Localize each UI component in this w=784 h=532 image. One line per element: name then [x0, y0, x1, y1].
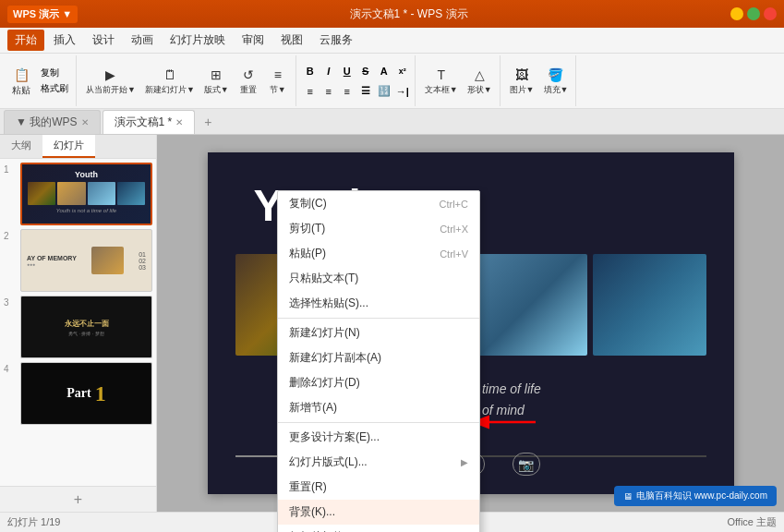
- slide1-subtitle-preview: Youth is not a time of life: [56, 208, 116, 213]
- underline-button[interactable]: U: [339, 63, 356, 79]
- maximize-button[interactable]: [747, 7, 760, 20]
- layout-button[interactable]: ⊞ 版式▼: [200, 64, 233, 98]
- section-button[interactable]: ≡ 节▼: [264, 64, 292, 98]
- ctx-paste-text[interactable]: 只粘贴文本(T): [278, 266, 479, 291]
- slide-preview-1[interactable]: Youth Youth is not a time of life: [20, 163, 152, 225]
- paste-button[interactable]: 📋 粘贴: [7, 64, 35, 99]
- tab-mywps[interactable]: ▼ 我的WPS ✕: [4, 110, 101, 134]
- ctx-new-section[interactable]: 新增节(A): [278, 395, 479, 420]
- ctx-cut[interactable]: 剪切(T) Ctrl+X: [278, 216, 479, 241]
- slide1-img3: [88, 182, 115, 205]
- menu-review[interactable]: 审阅: [235, 30, 271, 51]
- superscript-btn[interactable]: x²: [394, 63, 411, 79]
- slide1-img4: [117, 182, 145, 205]
- slide-thumb-4[interactable]: 4 Part 1: [4, 362, 152, 425]
- slide-thumb-3[interactable]: 3 永远不止一面 勇气 · 拼搏 · 梦想: [4, 296, 152, 358]
- align-left-btn[interactable]: ≡: [302, 83, 319, 100]
- menu-insert[interactable]: 插入: [46, 30, 83, 51]
- tab-bar: ▼ 我的WPS ✕ 演示文稿1 * ✕ +: [0, 109, 784, 135]
- format-paint-button[interactable]: 格式刷: [37, 81, 72, 96]
- slide-thumb-1[interactable]: 1 Youth Youth is not a time of life: [4, 163, 152, 225]
- menu-start[interactable]: 开始: [7, 30, 44, 51]
- tab-presentation1-close[interactable]: ✕: [175, 117, 183, 127]
- slide-preview-4[interactable]: Part 1: [20, 362, 152, 425]
- align-center-btn[interactable]: ≡: [320, 83, 337, 100]
- ctx-background[interactable]: 背景(K)...: [278, 500, 479, 525]
- slide-preview-3[interactable]: 永远不止一面 勇气 · 拼搏 · 梦想: [20, 296, 152, 358]
- ctx-reset[interactable]: 重置(R): [278, 475, 479, 500]
- tab-presentation1[interactable]: 演示文稿1 * ✕: [103, 110, 196, 134]
- add-tab-button[interactable]: +: [197, 111, 219, 133]
- picture-button[interactable]: 🖼 图片▼: [506, 64, 538, 98]
- italic-button[interactable]: I: [320, 63, 337, 79]
- strikethrough-button[interactable]: S: [357, 63, 374, 79]
- add-slide-button[interactable]: +: [0, 486, 156, 512]
- text-color-btn[interactable]: A: [376, 63, 392, 79]
- menu-cloud[interactable]: 云服务: [312, 30, 360, 51]
- textbox-icon: T: [432, 66, 451, 84]
- toolbar-clipboard: 📋 粘贴 复制 格式刷: [4, 55, 77, 106]
- toolbar-format: B I U S A x² ≡ ≡ ≡ ☰ 🔢 →|: [298, 55, 416, 106]
- bullet-btn[interactable]: ☰: [357, 83, 374, 100]
- fill-icon: 🪣: [547, 66, 565, 84]
- watermark-text: 电脑百科知识 www.pc-daily.com: [636, 490, 767, 502]
- main-area: 大纲 幻灯片 1 Youth Youth is not a time of li…: [0, 135, 784, 512]
- slides-list: 1 Youth Youth is not a time of life 2: [0, 159, 156, 486]
- ctx-slide-layout[interactable]: 幻灯片版式(L)... ▶: [278, 450, 479, 475]
- ctx-copy[interactable]: 复制(C) Ctrl+C: [278, 191, 479, 216]
- toolbar-picture: 🖼 图片▼ 🪣 填充▼: [502, 55, 577, 106]
- camera-icon: 📷: [513, 453, 540, 476]
- new-slide-button[interactable]: 🗒 新建幻灯片▼: [141, 64, 199, 98]
- ctx-new-slide[interactable]: 新建幻灯片(N): [278, 320, 479, 345]
- slide1-title-preview: Youth: [75, 170, 98, 179]
- panel-tab-outline[interactable]: 大纲: [0, 135, 42, 158]
- title-bar: WPS 演示 ▼ 演示文稿1 * - WPS 演示: [0, 0, 784, 28]
- app-logo[interactable]: WPS 演示 ▼: [7, 6, 78, 23]
- minimize-button[interactable]: [730, 7, 743, 20]
- menu-bar: 开始 插入 设计 动画 幻灯片放映 审阅 视图 云服务: [0, 28, 784, 54]
- ctx-more-designs[interactable]: 更多设计方案(E)...: [278, 425, 479, 450]
- reset-button[interactable]: ↺ 重置: [235, 64, 262, 98]
- start-from-button[interactable]: ▶ 从当前开始▼: [82, 64, 139, 98]
- bold-button[interactable]: B: [302, 63, 319, 79]
- ctx-paste[interactable]: 粘贴(P) Ctrl+V: [278, 241, 479, 266]
- ctx-paste-special[interactable]: 选择性粘贴(S)...: [278, 291, 479, 316]
- menu-animation[interactable]: 动画: [124, 30, 161, 51]
- indent-btn[interactable]: →|: [394, 83, 411, 100]
- panel-tab-slides[interactable]: 幻灯片: [42, 135, 95, 158]
- slide-panel: 大纲 幻灯片 1 Youth Youth is not a time of li…: [0, 135, 157, 512]
- toolbar: 📋 粘贴 复制 格式刷 ▶ 从当前开始▼ 🗒 新建幻灯片▼ ⊞ 版式▼ ↺ 重置…: [0, 54, 784, 109]
- close-button[interactable]: [764, 7, 777, 20]
- fill-button[interactable]: 🪣 填充▼: [540, 64, 573, 98]
- window-controls: [730, 7, 777, 20]
- ctx-transition[interactable]: 幻灯片切换(F)...: [278, 525, 479, 532]
- watermark-icon: 🖥: [623, 491, 633, 502]
- ctx-sep-2: [278, 422, 479, 423]
- new-slide-icon: 🗒: [161, 66, 179, 84]
- watermark: 🖥 电脑百科知识 www.pc-daily.com: [614, 486, 777, 506]
- slide2-img: [91, 247, 124, 274]
- slide-num-3: 3: [4, 296, 17, 308]
- slide-image-3: [474, 254, 587, 356]
- slide-info: 幻灯片 1/19: [7, 515, 60, 529]
- ctx-delete-slide[interactable]: 删除幻灯片(D): [278, 370, 479, 395]
- toolbar-slides: ▶ 从当前开始▼ 🗒 新建幻灯片▼ ⊞ 版式▼ ↺ 重置 ≡ 节▼: [78, 55, 296, 106]
- slide-editor: Youth Youth is not a time of life it is …: [157, 135, 784, 512]
- textbox-button[interactable]: T 文本框▼: [421, 64, 462, 98]
- slide-num-2: 2: [4, 229, 17, 241]
- tab-mywps-close[interactable]: ✕: [81, 117, 89, 127]
- slide-thumb-2[interactable]: 2 AY OF MEMORY ●●● 01 02 03: [4, 229, 152, 292]
- copy-button[interactable]: 复制: [37, 66, 72, 80]
- shapes-button[interactable]: △ 形状▼: [464, 64, 496, 98]
- numbering-btn[interactable]: 🔢: [376, 83, 392, 100]
- slide-preview-2[interactable]: AY OF MEMORY ●●● 01 02 03: [20, 229, 152, 292]
- ctx-duplicate-slide[interactable]: 新建幻灯片副本(A): [278, 345, 479, 370]
- align-right-btn[interactable]: ≡: [339, 83, 356, 100]
- slide-num-1: 1: [4, 163, 17, 175]
- shapes-icon: △: [470, 66, 488, 84]
- panel-header: 大纲 幻灯片: [0, 135, 156, 159]
- menu-design[interactable]: 设计: [85, 30, 122, 51]
- ctx-sep-1: [278, 318, 479, 319]
- menu-view[interactable]: 视图: [273, 30, 310, 51]
- menu-slideshow[interactable]: 幻灯片放映: [163, 30, 233, 51]
